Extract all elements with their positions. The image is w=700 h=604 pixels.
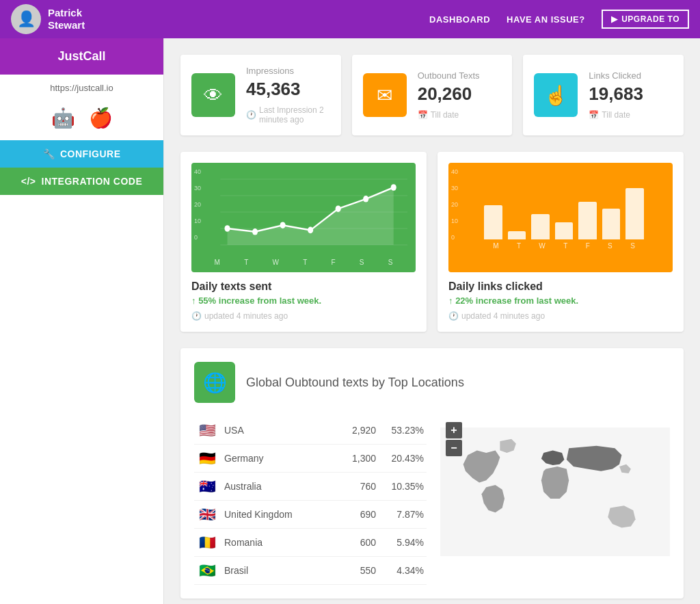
upgrade-label: UPGRADE TO [621, 14, 679, 24]
country-name-2: Australia [224, 481, 328, 492]
bar-chart-stat-text: increase from last week. [473, 296, 578, 306]
bar-chart-labels: M T W T F S S [457, 242, 664, 250]
world-map [440, 417, 670, 567]
issue-link[interactable]: HAVE AN ISSUE? [507, 14, 585, 25]
flag-4: 🇷🇴 [197, 534, 217, 551]
bar-F [578, 202, 597, 239]
upgrade-button[interactable]: ▶ UPGRADE TO [602, 10, 689, 29]
stat-cards: 👁 Impressions 45,363 🕐 Last Impression 2… [180, 55, 684, 135]
main-content: 👁 Impressions 45,363 🕐 Last Impression 2… [164, 38, 700, 604]
bar-chart-card: 40 30 20 10 0 [438, 152, 684, 332]
links-footer: 📅 Till date [589, 110, 673, 120]
y-label-30: 30 [194, 185, 201, 192]
map-zoom-out[interactable]: − [446, 440, 462, 456]
android-icon: 🤖 [51, 107, 75, 129]
svg-point-7 [252, 228, 258, 235]
links-footer-text: Till date [602, 110, 630, 120]
bar-T1 [508, 231, 526, 239]
country-pct-2: 10.35% [383, 481, 424, 492]
dashboard-link[interactable]: DASHBOARD [429, 14, 490, 25]
apple-icon: 🍎 [89, 107, 113, 129]
texts-footer-text: Till date [431, 110, 459, 120]
flag-0: 🇺🇸 [197, 422, 217, 438]
bar-chart-title: Daily links clicked [448, 280, 673, 293]
country-count-3: 690 [335, 509, 376, 520]
links-info: Links Clicked 19,683 📅 Till date [589, 70, 673, 120]
stat-card-links: ☝ Links Clicked 19,683 📅 Till date [523, 55, 684, 135]
code-icon: </> [21, 176, 36, 187]
flag-1: 🇩🇪 [197, 450, 217, 467]
impressions-icon: 👁 [191, 73, 235, 117]
svg-point-10 [336, 205, 341, 212]
location-table: 🇺🇸 USA 2,920 53.23% 🇩🇪 Germany 1,300 20.… [194, 417, 427, 585]
bar-chart-pct: 22% [455, 296, 473, 306]
location-row: 🇧🇷 Brasil 550 4.34% [194, 557, 427, 585]
links-value: 19,683 [589, 83, 673, 105]
line-chart-labels: M T W T F S S [200, 259, 407, 266]
links-label: Links Clicked [589, 70, 673, 81]
clock-icon: 🕐 [246, 110, 256, 120]
y-label-0: 0 [194, 234, 201, 241]
flag-3: 🇬🇧 [197, 506, 217, 523]
location-row: 🇺🇸 USA 2,920 53.23% [194, 417, 427, 445]
bar-T2 [555, 222, 574, 239]
country-pct-1: 20.43% [383, 453, 424, 464]
location-row: 🇩🇪 Germany 1,300 20.43% [194, 445, 427, 473]
map-zoom-in[interactable]: + [446, 422, 462, 438]
avatar: 👤 [11, 4, 41, 34]
bar-chart-updated: 🕐 updated 4 minutes ago [448, 311, 673, 321]
line-chart-pct: 55% [198, 296, 216, 306]
global-title: Global Oubtound texts by Top Locations [246, 376, 464, 390]
texts-info: Outbound Texts 20,260 📅 Till date [418, 70, 502, 120]
location-row: 🇬🇧 United Kingdom 690 7.87% [194, 501, 427, 529]
country-pct-0: 53.23% [383, 425, 424, 436]
y-label-40: 40 [194, 168, 201, 175]
configure-button[interactable]: 🔧 CONFIGURE [0, 140, 163, 168]
global-content: 🇺🇸 USA 2,920 53.23% 🇩🇪 Germany 1,300 20.… [194, 417, 670, 585]
global-header: 🌐 Global Oubtound texts by Top Locations [194, 362, 670, 403]
y-labels: 40 30 20 10 0 [194, 168, 201, 241]
impressions-footer-text: Last Impression 2 minutes ago [259, 105, 330, 124]
integration-label: INTEGRATION CODE [42, 176, 143, 187]
location-row: 🇷🇴 Romania 600 5.94% [194, 529, 427, 557]
configure-label: CONFIGURE [60, 148, 121, 159]
line-chart-card: 40 30 20 10 0 [180, 152, 427, 332]
country-name-0: USA [224, 425, 328, 436]
texts-label: Outbound Texts [418, 70, 502, 81]
sidebar-brand: JustCall [0, 38, 163, 75]
svg-point-12 [391, 184, 396, 191]
country-count-0: 2,920 [335, 425, 376, 436]
wrench-icon: 🔧 [43, 148, 55, 159]
nav-links: DASHBOARD HAVE AN ISSUE? ▶ UPGRADE TO [429, 10, 689, 29]
country-name-5: Brasil [224, 565, 328, 576]
sidebar: JustCall https://justcall.io 🤖 🍎 🔧 CONFI… [0, 38, 164, 604]
links-icon: ☝ [534, 73, 578, 117]
impressions-label: Impressions [246, 66, 330, 76]
country-count-5: 550 [335, 565, 376, 576]
map-controls: + − [446, 422, 462, 456]
top-nav: 👤 Patrick Stewart DASHBOARD HAVE AN ISSU… [0, 0, 700, 38]
stat-card-texts: ✉ Outbound Texts 20,260 📅 Till date [352, 55, 513, 135]
chart-row: 40 30 20 10 0 [180, 152, 684, 332]
calendar-icon2: 📅 [589, 110, 599, 120]
svg-point-9 [308, 227, 313, 234]
layout: JustCall https://justcall.io 🤖 🍎 🔧 CONFI… [0, 38, 700, 604]
upgrade-icon: ▶ [611, 14, 618, 24]
calendar-icon: 📅 [418, 110, 428, 120]
impressions-info: Impressions 45,363 🕐 Last Impression 2 m… [246, 66, 330, 124]
clock-icon4: 🕐 [448, 311, 459, 321]
integration-button[interactable]: </> INTEGRATION CODE [0, 168, 163, 195]
svg-point-8 [280, 222, 286, 228]
user-name-line2: Stewart [48, 19, 85, 31]
country-name-1: Germany [224, 453, 328, 464]
bar-chart-area: 40 30 20 10 0 [448, 163, 673, 272]
flag-2: 🇦🇺 [197, 478, 217, 495]
y-label-10: 10 [194, 218, 201, 224]
country-name-4: Romania [224, 537, 328, 548]
map-container: + − [440, 417, 670, 585]
line-chart-updated: 🕐 updated 4 minutes ago [191, 311, 416, 321]
bar-S2 [625, 188, 644, 239]
country-pct-4: 5.94% [383, 537, 424, 548]
flag-5: 🇧🇷 [197, 562, 217, 579]
line-chart-title: Daily texts sent [191, 280, 416, 293]
